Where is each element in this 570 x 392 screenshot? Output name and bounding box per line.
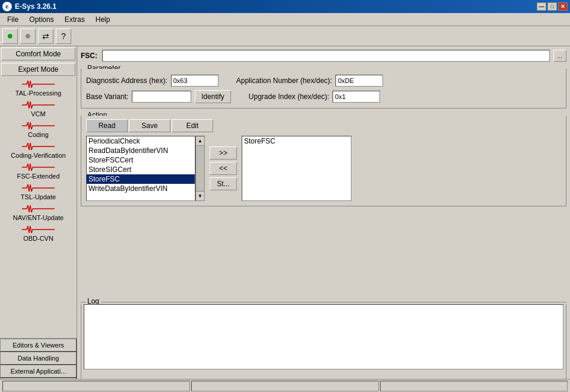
action-content: PeriodicalCheck ReadDataByIdentifierVIN …	[86, 136, 561, 201]
sidebar-item-vcm[interactable]: VCM	[0, 98, 77, 119]
vcm-label: VCM	[31, 110, 45, 117]
move-left-button[interactable]: <<	[210, 162, 237, 175]
external-applications-btn[interactable]: External Applicati...	[0, 365, 77, 378]
coding-verification-label: Coding-Verification	[11, 152, 65, 159]
list-scrollbar[interactable]: ▲ ▼	[195, 136, 205, 201]
toolbar-help[interactable]: ?	[56, 28, 71, 44]
vcm-icon	[22, 100, 55, 110]
editors-viewers-btn[interactable]: Editors & Viewers	[0, 339, 77, 352]
list-item-storesig[interactable]: StoreSIGCert	[87, 165, 195, 174]
fsc-label: FSC:	[81, 52, 99, 60]
statusbar	[0, 379, 570, 391]
data-handling-btn[interactable]: Data Handling	[0, 352, 77, 365]
fsc-input[interactable]	[102, 50, 550, 62]
scroll-down-arrow[interactable]: ▼	[196, 191, 204, 200]
read-button[interactable]: Read	[86, 119, 128, 132]
parameter-group: Diagnostic Address (hex): Application Nu…	[81, 69, 566, 109]
right-list[interactable]: StoreFSC	[242, 136, 352, 201]
diag-label: Diagnostic Address (hex):	[86, 77, 167, 85]
base-label: Base Variant:	[86, 93, 128, 101]
st-button[interactable]: St...	[210, 177, 237, 190]
obd-cvn-icon	[22, 225, 55, 234]
sidebar-item-obd-cvn[interactable]: OBD-CVN	[0, 222, 77, 243]
param-row-1: Diagnostic Address (hex): Application Nu…	[86, 75, 561, 87]
log-section: Log	[81, 302, 566, 387]
action-section: Action Read Save Edit PeriodicalCheck Re…	[81, 116, 566, 295]
main-layout: Comfort Mode Expert Mode TAL-Processing …	[0, 46, 570, 391]
parameter-section: Parameter Diagnostic Address (hex): Appl…	[81, 69, 566, 109]
move-right-button[interactable]: >>	[210, 146, 237, 160]
sidebar-item-fsc-extended[interactable]: FSC-Extended	[0, 160, 77, 181]
menu-help[interactable]: Help	[91, 14, 115, 25]
list-item-readdata[interactable]: ReadDataByIdentifierVIN	[87, 146, 195, 155]
tal-processing-label: TAL-Processing	[15, 90, 61, 97]
right-list-content: StoreFSC	[242, 136, 351, 200]
coding-label: Coding	[28, 131, 49, 138]
app-icon: E	[2, 2, 12, 11]
status-field-3	[380, 381, 568, 391]
sidebar: Comfort Mode Expert Mode TAL-Processing …	[0, 46, 77, 391]
fsc-row: FSC: ...	[81, 50, 566, 62]
sidebar-comfort-mode[interactable]: Comfort Mode	[1, 47, 75, 60]
coding-verification-icon	[22, 142, 55, 151]
fsc-extended-icon	[22, 162, 55, 172]
sidebar-item-nav-ent-update[interactable]: NAV/ENT-Update	[0, 202, 77, 222]
obd-cvn-label: OBD-CVN	[23, 235, 53, 242]
toolbar-btn-1[interactable]: ●	[2, 28, 18, 44]
fsc-extended-label: FSC-Extended	[17, 173, 59, 180]
status-field-2	[191, 381, 379, 391]
edit-button[interactable]: Edit	[172, 119, 213, 132]
tal-processing-icon	[22, 79, 55, 89]
save-button[interactable]: Save	[129, 119, 170, 132]
tsl-update-icon	[22, 183, 55, 193]
action-group: Read Save Edit PeriodicalCheck ReadDataB…	[81, 116, 566, 206]
scroll-track	[196, 146, 204, 191]
menu-extras[interactable]: Extras	[60, 14, 90, 25]
close-button[interactable]: ✕	[558, 2, 568, 11]
upgrade-label: Upgrade Index (hex/dec):	[249, 93, 329, 101]
nav-ent-update-label: NAV/ENT-Update	[13, 214, 64, 221]
minimize-button[interactable]: —	[537, 2, 546, 11]
menu-options[interactable]: Options	[24, 14, 58, 25]
sidebar-item-coding-verification[interactable]: Coding-Verification	[0, 139, 77, 160]
list-item-writedata[interactable]: WriteDataByIdentifierVIN	[87, 184, 195, 193]
maximize-button[interactable]: □	[547, 2, 557, 11]
log-content	[84, 304, 563, 369]
fsc-browse-button[interactable]: ...	[553, 50, 566, 62]
app-input[interactable]	[335, 75, 383, 87]
action-list[interactable]: PeriodicalCheck ReadDataByIdentifierVIN …	[86, 136, 195, 201]
list-scroll[interactable]: PeriodicalCheck ReadDataByIdentifierVIN …	[87, 136, 195, 200]
diag-input[interactable]	[171, 75, 218, 87]
app-col: Application Number (hex/dec):	[236, 75, 383, 87]
toolbar-btn-3[interactable]: ⇄	[38, 28, 53, 44]
menubar: File Options Extras Help	[0, 13, 570, 26]
content-area: FSC: ... Parameter Diagnostic Address (h…	[77, 46, 570, 391]
titlebar: E E-Sys 3.26.1 — □ ✕	[0, 0, 570, 13]
status-field-1	[2, 381, 190, 391]
toolbar-btn-2[interactable]: ●	[20, 28, 36, 44]
action-buttons: Read Save Edit	[86, 119, 561, 132]
sidebar-item-tsl-update[interactable]: TSL-Update	[0, 181, 77, 202]
arrow-buttons: >> << St...	[208, 136, 238, 201]
app-title: E-Sys 3.26.1	[15, 2, 56, 11]
menu-file[interactable]: File	[2, 14, 23, 25]
param-row-2: Base Variant: Identify Upgrade Index (he…	[86, 90, 561, 103]
upgrade-input[interactable]	[332, 91, 380, 103]
identify-button[interactable]: Identify	[195, 90, 231, 103]
scroll-up-arrow[interactable]: ▲	[196, 136, 204, 146]
nav-ent-update-icon	[22, 204, 55, 213]
coding-icon	[22, 121, 55, 130]
sidebar-expert-mode[interactable]: Expert Mode	[1, 63, 75, 76]
base-input[interactable]	[132, 91, 191, 103]
log-group	[81, 304, 566, 387]
list-item-periodical[interactable]: PeriodicalCheck	[87, 136, 195, 146]
diag-col: Diagnostic Address (hex):	[86, 75, 218, 87]
sidebar-item-tal-processing[interactable]: TAL-Processing	[0, 77, 77, 98]
tsl-update-label: TSL-Update	[21, 193, 56, 200]
left-list-container: PeriodicalCheck ReadDataByIdentifierVIN …	[86, 136, 205, 201]
upgrade-col: Upgrade Index (hex/dec):	[249, 91, 380, 103]
list-item-storefsc-cert[interactable]: StoreFSCCert	[87, 155, 195, 165]
list-item-storefsc[interactable]: StoreFSC	[87, 174, 195, 184]
sidebar-item-coding[interactable]: Coding	[0, 119, 77, 139]
app-label: Application Number (hex/dec):	[236, 77, 332, 85]
